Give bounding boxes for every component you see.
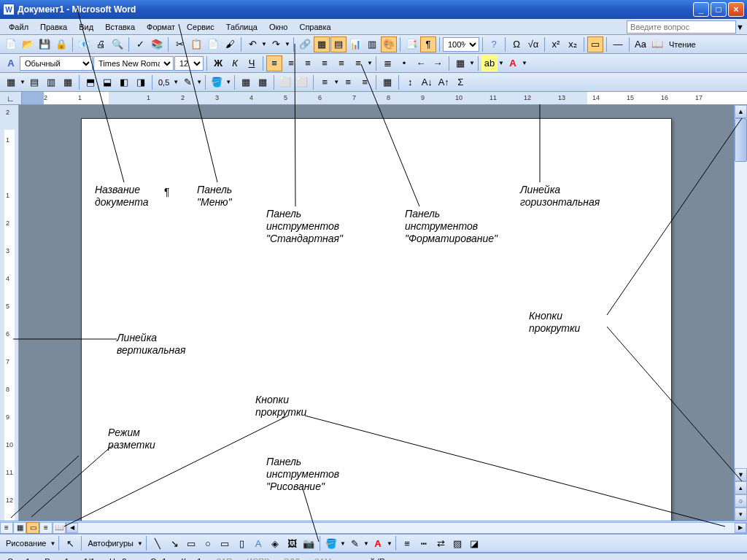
oval-button[interactable]: ○	[200, 535, 216, 551]
show-hide-button[interactable]: ¶	[420, 36, 436, 52]
sort-desc-button[interactable]: A↑	[436, 74, 452, 90]
scroll-thumb[interactable]	[735, 118, 747, 162]
status-rec[interactable]: ЗАП	[213, 557, 235, 561]
grid2-button[interactable]: ▦	[255, 74, 271, 90]
grid1-button[interactable]: ▦	[238, 74, 254, 90]
rectangle-button[interactable]: ▭	[183, 535, 199, 551]
menu-help[interactable]: Справка	[293, 21, 336, 33]
save-button[interactable]: 💾	[36, 36, 53, 52]
italic-button[interactable]: К	[227, 55, 243, 71]
ex7-button[interactable]: ◧	[116, 74, 132, 90]
textbox-button[interactable]: ▭	[217, 535, 233, 551]
dash-style-button[interactable]: ┅	[416, 535, 432, 551]
ex8-button[interactable]: ◨	[133, 74, 149, 90]
omega-button[interactable]: Ω	[508, 36, 525, 52]
select-browse-button[interactable]: ○	[735, 494, 747, 508]
reading-view-button[interactable]: 📖	[53, 522, 66, 534]
minimize-button[interactable]: _	[693, 2, 709, 17]
copy-button[interactable]: 📋	[188, 36, 204, 52]
horizontal-scrollbar[interactable]: ◀ ▶	[66, 522, 747, 534]
fontcolor-dropdown[interactable]: ▼	[522, 60, 527, 66]
line-style-button[interactable]: ≡	[399, 535, 415, 551]
menu-window[interactable]: Окно	[263, 21, 294, 33]
ex6-button[interactable]: ⬓	[99, 74, 115, 90]
font-color2-button[interactable]: A	[370, 535, 386, 551]
menu-insert[interactable]: Вставка	[99, 21, 141, 33]
arrow-style-button[interactable]: ⇄	[433, 535, 449, 551]
permissions-button[interactable]: 🔒	[53, 36, 69, 52]
autoshapes-label[interactable]: Автофигуры	[85, 539, 136, 548]
styles-button[interactable]: A	[3, 55, 19, 71]
ex1-button[interactable]: ▦	[3, 74, 19, 90]
vertical-scrollbar[interactable]: ▲ ▼ ▴ ○ ▾	[734, 105, 747, 521]
autosum-button[interactable]: Σ	[452, 74, 468, 90]
scroll-up-button[interactable]: ▲	[735, 105, 747, 118]
superscript-button[interactable]: x²	[548, 36, 564, 52]
line-button[interactable]: ╲	[150, 535, 166, 551]
status-lang[interactable]: русский (Ро	[343, 557, 392, 561]
normal-view-button[interactable]: ≡	[0, 522, 13, 534]
scroll-right-button[interactable]: ▶	[735, 523, 746, 533]
scroll-down-button[interactable]: ▼	[735, 468, 747, 481]
columns-button[interactable]: ▥	[364, 36, 380, 52]
underline-button[interactable]: Ч	[244, 55, 260, 71]
menu-format[interactable]: Формат	[141, 21, 181, 33]
horizontal-ruler[interactable]: ∟ 211234567891011121314151617	[0, 92, 747, 105]
vertical-textbox-button[interactable]: ▯	[233, 535, 249, 551]
print-layout-button[interactable]: ▭	[26, 522, 39, 534]
line-spacing-button[interactable]: ≡	[350, 55, 366, 71]
excel-button[interactable]: 📊	[347, 36, 363, 52]
borders-button[interactable]: ▦	[452, 55, 468, 71]
align-right-button[interactable]: ≡	[300, 55, 316, 71]
wordart-button[interactable]: A	[250, 535, 266, 551]
menu-table[interactable]: Таблица	[220, 21, 263, 33]
text-direction-button[interactable]: ↕	[402, 74, 418, 90]
autoformat-button[interactable]: ▦	[379, 74, 395, 90]
pen-color-button[interactable]: ✎	[179, 74, 196, 90]
fill-color-button[interactable]: 🪣	[323, 535, 339, 551]
drawing-button[interactable]: 🎨	[381, 36, 397, 52]
research-button[interactable]: 📚	[149, 36, 165, 52]
line-color-button[interactable]: ✎	[347, 535, 363, 551]
ex5-button[interactable]: ⬒	[82, 74, 98, 90]
justify-button[interactable]: ≡	[317, 55, 333, 71]
subscript-button[interactable]: x₂	[565, 36, 581, 52]
merge-button[interactable]: ⬜	[277, 74, 293, 90]
redo-button[interactable]: ↷	[268, 36, 284, 52]
style-combo[interactable]: Обычный	[20, 56, 93, 71]
font-combo[interactable]: Times New Roman	[93, 56, 174, 71]
distributed-button[interactable]: ≡	[333, 55, 349, 71]
help-search-input[interactable]	[627, 20, 736, 34]
drawing-label[interactable]: Рисование	[3, 539, 49, 548]
highlight-button[interactable]: ab	[481, 55, 498, 71]
3d-button[interactable]: ◪	[466, 535, 482, 551]
status-ovr[interactable]: ЗАМ	[311, 557, 334, 561]
menu-edit[interactable]: Правка	[34, 21, 73, 33]
distribute-rows-button[interactable]: ≡	[340, 74, 356, 90]
scroll-left-button[interactable]: ◀	[66, 523, 78, 533]
menu-view[interactable]: Вид	[73, 21, 99, 33]
status-trk[interactable]: ИСПР	[244, 557, 272, 561]
font-color-button[interactable]: A	[505, 55, 521, 71]
indent-button[interactable]: →	[430, 55, 446, 71]
arrow-button[interactable]: ↘	[166, 535, 182, 551]
shadow-button[interactable]: ▨	[449, 535, 465, 551]
bold-button[interactable]: Ж	[210, 55, 226, 71]
paste-button[interactable]: 📄	[205, 36, 221, 52]
insert-table-button[interactable]: ▤	[330, 36, 347, 52]
borders-dropdown[interactable]: ▼	[469, 60, 475, 66]
help-dropdown[interactable]: ▼	[736, 23, 744, 31]
docmap-button[interactable]: 📑	[403, 36, 419, 52]
maximize-button[interactable]: □	[711, 2, 727, 17]
web-view-button[interactable]: ▦	[13, 522, 26, 534]
document-area[interactable]	[19, 105, 734, 521]
help-button[interactable]: ?	[486, 36, 502, 52]
redo-dropdown[interactable]: ▼	[285, 41, 290, 47]
prev-page-button[interactable]: ▴	[735, 481, 747, 494]
box1-button[interactable]: ▭	[587, 36, 603, 52]
aa-button[interactable]: Aa	[632, 36, 649, 52]
next-page-button[interactable]: ▾	[735, 508, 747, 521]
ex4-button[interactable]: ▦	[60, 74, 76, 90]
hyperlink-button[interactable]: 🔗	[297, 36, 313, 52]
valign1-button[interactable]: ≡	[317, 74, 333, 90]
